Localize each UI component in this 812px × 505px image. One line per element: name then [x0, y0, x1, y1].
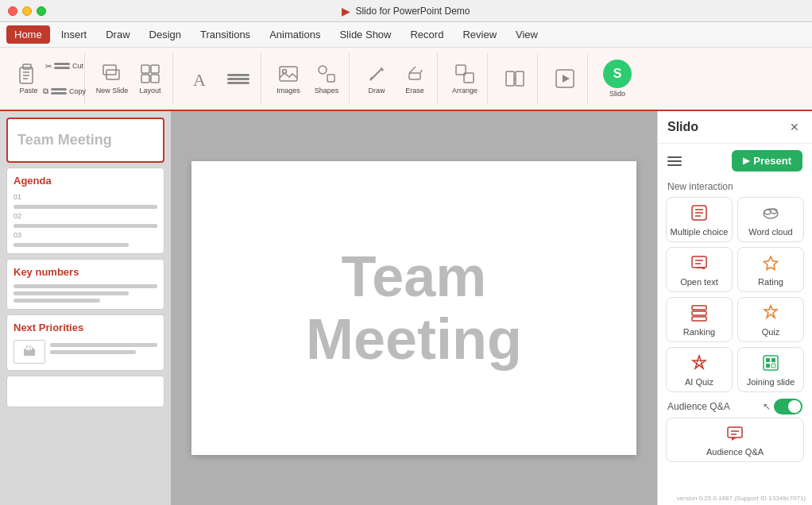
app-icon: ▶ [342, 5, 350, 17]
interaction-grid: Multiple choice Word cloud [658, 197, 812, 392]
svg-rect-24 [516, 71, 524, 86]
ribbon-layout-btn[interactable]: Layout [133, 53, 168, 104]
ribbon-transition-group [493, 53, 538, 104]
joining-slide-label: Joining slide [747, 377, 795, 387]
interaction-word-cloud[interactable]: Word cloud [737, 197, 804, 242]
ribbon-shapes-btn[interactable]: Shapes [309, 53, 344, 104]
menu-design[interactable]: Design [141, 25, 189, 44]
ribbon-eraser-btn[interactable]: Erase [397, 53, 432, 104]
ribbon-media-btn[interactable] [547, 53, 582, 104]
ribbon-font-group: A [178, 53, 261, 104]
canvas-main-title: TeamMeeting [306, 245, 522, 371]
picture-icon [277, 63, 300, 85]
ribbon-font-btn[interactable]: A [183, 53, 218, 104]
svg-marker-27 [563, 75, 570, 83]
word-cloud-icon [762, 204, 779, 224]
svg-point-33 [764, 210, 771, 214]
menu-animations[interactable]: Animations [261, 25, 328, 44]
menu-insert[interactable]: Insert [53, 25, 95, 44]
eraser-icon [404, 63, 426, 85]
copy-icon: ⧉ [43, 87, 48, 96]
interaction-quiz[interactable]: Quiz [737, 297, 804, 342]
ribbon-cut-btn[interactable]: ✂ Cut [49, 55, 79, 77]
rating-label: Rating [758, 277, 783, 287]
menu-home[interactable]: Home [6, 25, 50, 44]
interaction-multiple-choice[interactable]: Multiple choice [666, 197, 733, 242]
audience-qa-toggle-label: Audience Q&A [667, 401, 730, 412]
interaction-rating[interactable]: Rating [737, 247, 804, 292]
svg-rect-44 [764, 356, 778, 370]
present-button[interactable]: ▶ Present [732, 150, 802, 172]
ribbon-picture-btn[interactable]: Images [271, 53, 306, 104]
slide-2-lines: 01 02 03 [14, 193, 157, 247]
ribbon-copy-btn[interactable]: ⧉ Copy [49, 80, 79, 102]
scissors-icon: ✂ [45, 62, 52, 71]
menu-review[interactable]: Review [454, 25, 505, 44]
menu-view[interactable]: View [508, 25, 546, 44]
menu-slideshow[interactable]: Slide Show [331, 25, 399, 44]
ribbon-new-slide-label: New Slide [96, 87, 129, 94]
transition-icon [504, 67, 526, 90]
slide-3-line-1 [14, 284, 157, 288]
interaction-joining-slide[interactable]: Joining slide [737, 347, 804, 392]
slido-panel-header: Slido ✕ [658, 111, 812, 144]
svg-rect-15 [327, 75, 334, 82]
slide-thumbnail-5[interactable] [6, 376, 164, 407]
ai-quiz-icon [690, 354, 708, 374]
interaction-ai-quiz[interactable]: AI Quiz [666, 347, 733, 392]
interaction-open-text[interactable]: Open text [666, 247, 733, 292]
slido-panel-toolbar: ▶ Present [658, 144, 812, 178]
joining-slide-icon [762, 354, 779, 374]
slide-1-title: Team Meeting [14, 125, 157, 155]
layout-icon [139, 63, 161, 85]
ribbon-slido-btn[interactable]: S Slido [597, 53, 637, 104]
slide-thumbnail-4[interactable]: Next Priorities 🏔 [6, 314, 164, 371]
svg-rect-7 [141, 65, 149, 73]
main-area: 1 Team Meeting 2 Agenda 01 02 03 [0, 111, 812, 505]
ribbon-paste-label: Paste [19, 87, 37, 94]
interaction-ranking[interactable]: Ranking [666, 297, 733, 342]
menu-draw[interactable]: Draw [98, 25, 137, 44]
minimize-button[interactable] [22, 6, 32, 16]
maximize-button[interactable] [37, 6, 46, 16]
slide-thumbnail-3[interactable]: Key numbers [6, 259, 164, 310]
audience-qa-card[interactable]: Audience Q&A [666, 418, 804, 462]
slide-thumbnail-2[interactable]: Agenda 01 02 03 [6, 168, 164, 254]
slide-thumbnail-1[interactable]: Team Meeting [6, 118, 164, 163]
ribbon-layout-label: Layout [139, 87, 160, 94]
slido-panel-footer: version 0.25.0.1687 (Support ID 13349c70… [658, 492, 812, 505]
ribbon-draw-btn[interactable]: Draw [359, 53, 394, 104]
menu-record[interactable]: Record [402, 25, 451, 44]
audience-qa-row: Audience Q&A ↖ [658, 392, 812, 418]
close-button[interactable] [8, 6, 17, 16]
slide-4-lines [50, 343, 157, 354]
menu-bar: Home Insert Draw Design Transitions Anim… [0, 22, 812, 48]
ribbon-new-slide-btn[interactable]: New Slide [95, 53, 130, 104]
ribbon-transition-btn[interactable] [497, 53, 532, 104]
slide-2-line-3 [14, 243, 129, 247]
ham-line-3 [667, 164, 682, 166]
ribbon-arrange-btn[interactable]: Arrange [447, 53, 482, 104]
new-slide-icon [101, 63, 123, 85]
svg-rect-10 [151, 75, 159, 83]
audience-qa-toggle[interactable] [774, 399, 802, 414]
svg-rect-49 [728, 427, 742, 438]
paste-icon [17, 63, 40, 85]
text-icon [227, 67, 249, 90]
draw-icon [365, 63, 388, 85]
ribbon-text-btn[interactable] [221, 53, 256, 104]
ribbon-picture-label: Images [276, 87, 300, 94]
menu-transitions[interactable]: Transitions [192, 25, 258, 44]
multiple-choice-icon [690, 204, 708, 224]
quiz-label: Quiz [762, 327, 780, 337]
slide-4-image-row: 🏔 [14, 340, 157, 364]
svg-marker-39 [764, 256, 778, 270]
slide-canvas: TeamMeeting [191, 161, 636, 455]
svg-rect-42 [692, 317, 706, 321]
svg-point-14 [319, 66, 327, 74]
slido-close-button[interactable]: ✕ [787, 119, 802, 135]
ribbon-paste-btn[interactable]: Paste [11, 53, 46, 104]
hamburger-menu-button[interactable] [667, 156, 682, 166]
svg-rect-8 [151, 65, 159, 73]
svg-line-16 [370, 68, 382, 80]
